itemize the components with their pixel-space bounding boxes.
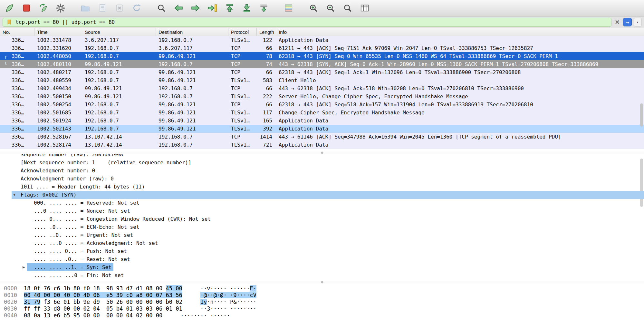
hex-row[interactable]: 004008 0a 13 e6 b5 95 00 00 00 00 04 02 … bbox=[0, 312, 644, 319]
packet-cell-info: 443 → 62318 [ACK] Seq=1 Ack=518 Win=3020… bbox=[276, 84, 644, 92]
save-capture-file-button[interactable] bbox=[96, 1, 109, 15]
packet-cell-src: 192.168.0.7 bbox=[82, 68, 156, 76]
packet-row[interactable]: 336…1002.3314783.6.207.117192.168.0.7TLS… bbox=[0, 36, 644, 44]
column-header-no[interactable]: No. bbox=[0, 28, 34, 36]
packet-list-scrollbar-thumb[interactable] bbox=[640, 103, 643, 127]
clear-filter-button[interactable]: ✕ bbox=[613, 18, 621, 27]
hex-dump-pane: 000018 0f 76 c6 1b 80 f0 18 98 93 d7 d1 … bbox=[0, 284, 644, 328]
auto-scroll-button[interactable] bbox=[257, 1, 271, 15]
detail-field-line[interactable]: 000. .... .... = Reserved: Not set bbox=[0, 199, 644, 207]
packet-cell-proto: TCP bbox=[228, 84, 257, 92]
packet-cell-len: 165 bbox=[257, 117, 276, 125]
packet-cell-dst: 192.168.0.7 bbox=[156, 84, 228, 92]
magnifier-plus-icon bbox=[309, 3, 318, 13]
expand-arrow-icon[interactable]: ▶ bbox=[23, 263, 25, 271]
reload-capture-file-button[interactable] bbox=[130, 1, 143, 15]
packet-cell-len: 122 bbox=[257, 36, 276, 44]
apply-filter-button[interactable]: → bbox=[623, 18, 632, 26]
detail-field-line[interactable]: .... .... ...0 = Fin: Not set bbox=[0, 271, 644, 279]
detail-field-line[interactable]: Sequence number (raw): 2605041998 bbox=[0, 154, 644, 159]
packet-cell-time: 1002.500254 bbox=[34, 101, 82, 109]
zoom-out-button[interactable] bbox=[324, 1, 337, 15]
packet-row[interactable]: 336…1002.500254192.168.0.799.86.49.121TC… bbox=[0, 101, 644, 109]
hex-ascii: ··3····· ········ bbox=[200, 305, 256, 312]
detail-field-line[interactable]: [Next sequence number: 1 (relative seque… bbox=[0, 159, 644, 167]
filter-history-dropdown-button[interactable]: ▾ bbox=[634, 18, 641, 26]
detail-field-line[interactable]: ...0 .... .... = Nonce: Not set bbox=[0, 207, 644, 215]
packet-cell-dst: 3.6.207.117 bbox=[156, 44, 228, 52]
packet-cell-no: 336… bbox=[0, 141, 34, 149]
packet-row[interactable]: 336…1002.480559192.168.0.799.86.49.121TL… bbox=[0, 76, 644, 84]
zoom-in-button[interactable] bbox=[307, 1, 320, 15]
packet-cell-src: 99.86.49.121 bbox=[82, 92, 156, 101]
hex-row[interactable]: 000018 0f 76 c6 1b 80 f0 18 98 93 d7 d1 … bbox=[0, 285, 644, 292]
detail-field-line[interactable]: .... 0... .... = Congestion Window Reduc… bbox=[0, 215, 644, 223]
packet-cell-proto: TLSv1… bbox=[228, 92, 257, 101]
packet-cell-info: 62318 → 443 [ACK] Seq=1 Ack=1 Win=132096… bbox=[276, 68, 644, 76]
packet-row[interactable]: ┌336…1002.448050192.168.0.799.86.49.121T… bbox=[0, 52, 644, 60]
packet-row[interactable]: 336…1002.331620192.168.0.73.6.207.117TCP… bbox=[0, 44, 644, 52]
go-to-packet-button[interactable] bbox=[206, 1, 219, 15]
detail-field-line[interactable]: .... .... 0... = Push: Not set bbox=[0, 247, 644, 255]
pane-splitter-top[interactable] bbox=[0, 151, 644, 154]
hex-row[interactable]: 002031 79 f3 6e 01 bb 9e d9 50 26 00 00 … bbox=[0, 299, 644, 305]
close-capture-file-button[interactable] bbox=[113, 1, 126, 15]
find-packet-button[interactable] bbox=[155, 1, 168, 15]
column-header-proto[interactable]: Protocol bbox=[228, 28, 257, 36]
detail-field-line[interactable]: Acknowledgment number: 0 bbox=[0, 167, 644, 175]
packet-cell-no: ┌336… bbox=[0, 52, 34, 60]
packet-cell-time: 1002.528174 bbox=[34, 141, 82, 149]
detail-field-line[interactable]: .... ..0. .... = Urgent: Not set bbox=[0, 231, 644, 239]
hex-offset: 0040 bbox=[0, 312, 24, 319]
auto-scroll-lines-icon bbox=[259, 3, 269, 13]
packet-row[interactable]: 336…1002.52817413.107.42.14192.168.0.7TL… bbox=[0, 141, 644, 149]
column-header-time[interactable]: Time bbox=[34, 28, 82, 36]
detail-field-line[interactable]: 1011 .... = Header Length: 44 bytes (11) bbox=[0, 183, 644, 191]
go-forward-button[interactable] bbox=[189, 1, 202, 15]
column-header-src[interactable]: Source bbox=[82, 28, 156, 36]
hex-bytes: 18 0f 76 c6 1b 80 f0 18 98 93 d7 d1 08 0… bbox=[24, 285, 182, 292]
packet-row[interactable]: 336…1002.501924192.168.0.799.86.49.121TL… bbox=[0, 117, 644, 125]
packet-row[interactable]: 336…1002.502143192.168.0.799.86.49.121TL… bbox=[0, 125, 644, 133]
collapse-arrow-icon[interactable]: ▼ bbox=[13, 191, 15, 199]
column-header-dst[interactable]: Destination bbox=[156, 28, 228, 36]
start-capture-button[interactable] bbox=[3, 1, 16, 15]
open-capture-file-button[interactable] bbox=[79, 1, 92, 15]
packet-row[interactable]: 336…1002.501685192.168.0.799.86.49.121TL… bbox=[0, 109, 644, 117]
detail-field-line[interactable]: .... .0.. .... = ECN-Echo: Not set bbox=[0, 223, 644, 231]
packet-cell-proto: TCP bbox=[228, 52, 257, 60]
detail-field-line[interactable]: ▼Flags: 0x002 (SYN) bbox=[0, 191, 644, 199]
packet-cell-info: 443 → 62318 [SYN, ACK] Seq=0 Ack=1 Win=2… bbox=[276, 60, 644, 68]
go-to-bottom-button[interactable] bbox=[240, 1, 254, 15]
column-header-info[interactable]: Info bbox=[276, 28, 644, 36]
packet-row[interactable]: 336…1002.49943499.86.49.121192.168.0.7TC… bbox=[0, 84, 644, 92]
magnifier-minus-icon bbox=[326, 3, 335, 13]
packet-cell-len: 66 bbox=[257, 101, 276, 109]
packet-cell-time: 1002.331478 bbox=[34, 36, 82, 44]
stop-capture-button[interactable] bbox=[20, 1, 33, 15]
zoom-reset-button[interactable] bbox=[341, 1, 354, 15]
pane-splitter-bottom[interactable] bbox=[0, 281, 644, 284]
detail-field-line[interactable]: Acknowledgment number (raw): 0 bbox=[0, 175, 644, 183]
go-to-top-button[interactable] bbox=[223, 1, 236, 15]
packet-row[interactable]: 336…1002.480217192.168.0.799.86.49.121TC… bbox=[0, 68, 644, 76]
colorize-packets-button[interactable] bbox=[282, 1, 295, 15]
go-back-button[interactable] bbox=[172, 1, 185, 15]
detail-field-line[interactable]: .... ...0 .... = Acknowledgment: Not set bbox=[0, 239, 644, 247]
detail-field-line[interactable]: .... .... .0.. = Reset: Not set bbox=[0, 255, 644, 263]
column-header-len[interactable]: Length bbox=[257, 28, 276, 36]
packet-cell-dst: 99.86.49.121 bbox=[156, 117, 228, 125]
packet-row[interactable]: 336…1002.52816713.107.42.14192.168.0.7TC… bbox=[0, 133, 644, 141]
detail-field-line[interactable]: ▶.... .... ..1. = Syn: Set bbox=[0, 263, 644, 271]
restart-capture-button[interactable] bbox=[37, 1, 50, 15]
hex-row[interactable]: 001000 40 00 00 40 00 40 06 e5 39 c0 a8 … bbox=[0, 292, 644, 299]
display-filter-input[interactable]: tcp.port == 80 || udp.port == 80 bbox=[3, 18, 611, 27]
arrow-goto-icon bbox=[208, 3, 217, 13]
hex-row[interactable]: 0030ff ff 33 d8 00 00 02 04 05 b4 01 03 … bbox=[0, 305, 644, 312]
packet-cell-proto: TLSv1… bbox=[228, 36, 257, 44]
packet-row[interactable]: └336…1002.48011099.86.49.121192.168.0.7T… bbox=[0, 60, 644, 68]
resize-columns-button[interactable] bbox=[358, 1, 371, 15]
filter-bookmark-icon[interactable] bbox=[6, 19, 12, 25]
packet-row[interactable]: 336…1002.50015099.86.49.121192.168.0.7TL… bbox=[0, 92, 644, 101]
capture-options-button[interactable] bbox=[54, 1, 67, 15]
